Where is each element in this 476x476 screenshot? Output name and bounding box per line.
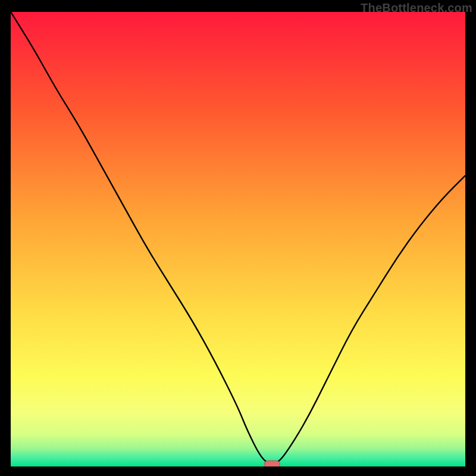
- chart-svg: [11, 12, 465, 466]
- chart-frame: TheBottleneck.com: [0, 0, 476, 476]
- optimum-marker: [264, 461, 280, 466]
- gradient-background: [11, 12, 465, 466]
- svg-rect-0: [264, 461, 280, 466]
- plot-area: [11, 12, 465, 466]
- watermark-text: TheBottleneck.com: [361, 1, 472, 15]
